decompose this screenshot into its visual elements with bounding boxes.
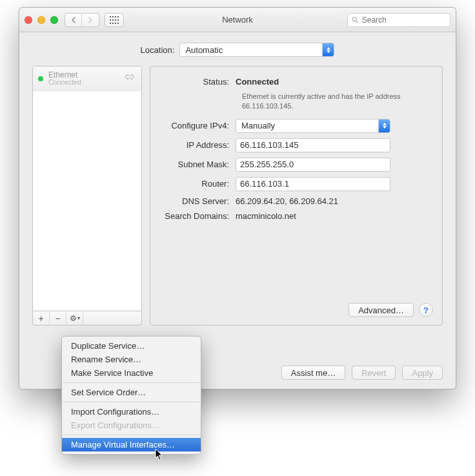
details-pane: Status: Connected Ethernet is currently … [150, 66, 443, 326]
svg-rect-7 [117, 19, 119, 21]
location-value: Automatic [185, 45, 223, 55]
svg-point-12 [352, 17, 356, 21]
menu-item[interactable]: Manage Virtual Interfaces… [62, 438, 201, 451]
search-domains-value: macminicolo.net [236, 211, 430, 221]
remove-service-button[interactable]: − [50, 311, 66, 325]
svg-rect-10 [115, 23, 116, 24]
status-label: Status: [158, 77, 236, 87]
configure-value: Manually [241, 121, 275, 130]
menu-item: Export Configurations… [62, 419, 201, 432]
nav-back-forward [65, 13, 99, 27]
gear-menu-button[interactable]: ⚙▾ [66, 311, 83, 325]
menu-item[interactable]: Import Configurations… [62, 405, 201, 419]
advanced-button[interactable]: Advanced… [349, 303, 414, 317]
help-button[interactable]: ? [419, 303, 433, 317]
search-icon [352, 16, 359, 24]
apply-button[interactable]: Apply [402, 366, 443, 380]
subnet-mask-field[interactable] [236, 158, 390, 172]
ip-address-label: IP Address: [158, 140, 236, 150]
add-service-button[interactable]: + [33, 311, 50, 325]
svg-rect-6 [115, 19, 116, 21]
router-field[interactable] [236, 177, 390, 191]
close-window-button[interactable] [25, 16, 32, 24]
menu-item[interactable]: Duplicate Service… [62, 339, 201, 353]
sidebar-toolbar: + − ⚙▾ [32, 311, 142, 326]
menu-separator [63, 402, 200, 402]
chevron-down-icon: ▾ [77, 315, 80, 321]
minimize-window-button[interactable] [37, 16, 45, 24]
zoom-window-button[interactable] [50, 16, 58, 24]
revert-button[interactable]: Revert [352, 366, 396, 380]
search-input[interactable] [362, 16, 446, 25]
status-dot-green [38, 76, 43, 81]
router-label: Router: [158, 179, 236, 189]
svg-rect-11 [117, 23, 119, 24]
sidebar-item-status: Connected [48, 79, 118, 87]
dns-value: 66.209.64.20, 66.209.64.21 [236, 196, 430, 206]
gear-icon: ⚙ [70, 314, 77, 323]
search-field[interactable] [347, 13, 450, 27]
network-prefs-window: Network Location: Automatic Ethernet Con… [19, 7, 456, 389]
location-row: Location: Automatic [19, 32, 456, 66]
dns-label: DNS Server: [158, 196, 236, 206]
titlebar: Network [19, 8, 456, 32]
assist-me-button[interactable]: Assist me… [281, 366, 345, 380]
menu-separator [63, 435, 200, 435]
menu-item[interactable]: Make Service Inactive [62, 366, 201, 380]
configure-ipv4-select[interactable]: Manually [236, 119, 390, 133]
chevron-updown-icon [322, 43, 334, 56]
menu-item[interactable]: Set Service Order… [62, 386, 201, 399]
subnet-label: Subnet Mask: [158, 160, 236, 169]
menu-separator [63, 382, 200, 383]
svg-rect-5 [112, 19, 114, 21]
svg-rect-0 [110, 16, 111, 17]
location-select[interactable]: Automatic [179, 43, 334, 57]
location-label: Location: [141, 45, 175, 55]
chevron-updown-icon [378, 119, 390, 132]
forward-button[interactable] [82, 14, 99, 26]
svg-rect-1 [112, 16, 114, 17]
ethernet-icon [123, 72, 136, 85]
back-button[interactable] [65, 14, 82, 26]
show-all-button[interactable] [105, 13, 124, 27]
sidebar-item-name: Ethernet [48, 71, 118, 79]
gear-context-menu: Duplicate Service…Rename Service…Make Se… [61, 336, 201, 455]
svg-rect-9 [112, 23, 114, 24]
svg-rect-2 [115, 16, 116, 17]
status-value: Connected [236, 77, 430, 87]
svg-rect-8 [110, 23, 111, 24]
menu-item[interactable]: Rename Service… [62, 353, 201, 366]
services-sidebar: Ethernet Connected [32, 66, 142, 311]
svg-rect-4 [110, 19, 111, 21]
svg-rect-3 [117, 16, 119, 17]
ip-address-field[interactable] [236, 138, 390, 152]
grid-icon [110, 16, 119, 24]
search-domains-label: Search Domains: [158, 211, 236, 221]
sidebar-item-ethernet[interactable]: Ethernet Connected [33, 67, 141, 91]
configure-label: Configure IPv4: [158, 121, 236, 130]
window-controls [25, 16, 58, 24]
svg-line-13 [356, 21, 358, 23]
status-note: Ethernet is currently active and has the… [242, 92, 430, 111]
